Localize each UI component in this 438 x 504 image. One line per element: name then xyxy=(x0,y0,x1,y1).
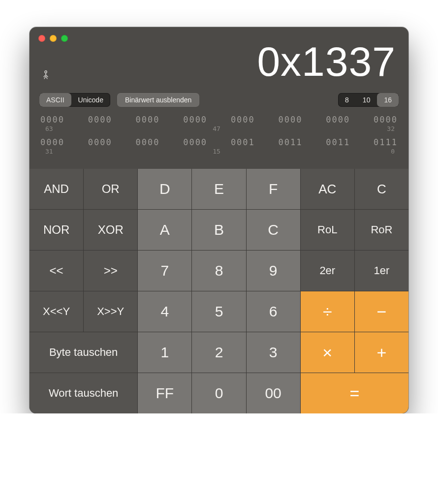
key-4[interactable]: 4 xyxy=(138,291,191,332)
key-1[interactable]: 1 xyxy=(138,332,191,373)
key-3[interactable]: 3 xyxy=(247,332,300,373)
key-x-shift-left-y[interactable]: X<<Y xyxy=(30,291,83,332)
key-nor[interactable]: NOR xyxy=(30,210,83,250)
key-7[interactable]: 7 xyxy=(138,251,191,291)
key-multiply[interactable]: × xyxy=(301,332,354,373)
key-rol[interactable]: RoL xyxy=(301,210,354,250)
bit-row-low[interactable]: 0000 0000 0000 0000 0001 0011 0011 0111 xyxy=(40,137,398,147)
key-f[interactable]: F xyxy=(247,169,300,209)
key-e[interactable]: E xyxy=(192,169,246,209)
base-16[interactable]: 16 xyxy=(377,93,399,107)
paper-tape-icon[interactable] xyxy=(42,70,49,81)
key-5[interactable]: 5 xyxy=(192,291,246,332)
close-window-button[interactable] xyxy=(38,35,45,42)
key-6[interactable]: 6 xyxy=(247,291,300,332)
binary-display: 0000 0000 0000 0000 0000 0000 0000 0000 … xyxy=(30,112,408,169)
key-shift-right[interactable]: >> xyxy=(84,251,137,291)
hide-binary-button[interactable]: Binärwert ausblenden xyxy=(117,93,199,107)
key-or[interactable]: OR xyxy=(84,169,137,209)
key-divide[interactable]: ÷ xyxy=(301,291,354,332)
bit-row-high[interactable]: 0000 0000 0000 0000 0000 0000 0000 0000 xyxy=(40,115,398,125)
display-area: 0x1337 xyxy=(30,41,408,86)
encoding-segmented: ASCII Unicode xyxy=(39,93,110,107)
key-twos-complement[interactable]: 2er xyxy=(301,251,354,291)
controls-row: ASCII Unicode Binärwert ausblenden 8 10 … xyxy=(30,86,408,112)
key-b[interactable]: B xyxy=(192,210,246,250)
key-ff[interactable]: FF xyxy=(138,373,191,413)
encoding-ascii[interactable]: ASCII xyxy=(39,93,71,107)
zoom-window-button[interactable] xyxy=(61,35,68,42)
key-2[interactable]: 2 xyxy=(192,332,246,373)
key-ac[interactable]: AC xyxy=(301,169,354,209)
key-add[interactable]: + xyxy=(355,332,408,373)
main-display: 0x1337 xyxy=(42,41,396,82)
minimize-window-button[interactable] xyxy=(50,35,57,42)
key-c-hex[interactable]: C xyxy=(247,210,300,250)
key-d[interactable]: D xyxy=(138,169,191,209)
key-8[interactable]: 8 xyxy=(192,251,246,291)
bit-labels-low: 31 15 0 xyxy=(40,148,398,155)
key-xor[interactable]: XOR xyxy=(84,210,137,250)
key-ror[interactable]: RoR xyxy=(355,210,408,250)
key-9[interactable]: 9 xyxy=(247,251,300,291)
bit-labels-high: 63 47 32 xyxy=(40,125,398,132)
base-segmented: 8 10 16 xyxy=(338,93,399,107)
base-10[interactable]: 10 xyxy=(356,93,377,107)
key-a[interactable]: A xyxy=(138,210,191,250)
key-equals[interactable]: = xyxy=(301,373,408,413)
key-ones-complement[interactable]: 1er xyxy=(355,251,408,291)
key-00[interactable]: 00 xyxy=(247,373,300,413)
key-x-shift-right-y[interactable]: X>>Y xyxy=(84,291,137,332)
base-8[interactable]: 8 xyxy=(338,93,356,107)
calculator-window: 0x1337 ASCII Unicode Binärwert ausblende… xyxy=(30,27,408,413)
key-c[interactable]: C xyxy=(355,169,408,209)
key-shift-left[interactable]: << xyxy=(30,251,83,291)
key-and[interactable]: AND xyxy=(30,169,83,209)
keypad: AND OR D E F AC C NOR XOR A B C RoL RoR … xyxy=(30,169,408,413)
key-subtract[interactable]: − xyxy=(355,291,408,332)
key-byte-flip[interactable]: Byte tauschen xyxy=(30,332,137,373)
key-0[interactable]: 0 xyxy=(192,373,246,413)
svg-point-0 xyxy=(45,71,47,73)
encoding-unicode[interactable]: Unicode xyxy=(71,93,110,107)
key-word-flip[interactable]: Wort tauschen xyxy=(30,373,137,413)
